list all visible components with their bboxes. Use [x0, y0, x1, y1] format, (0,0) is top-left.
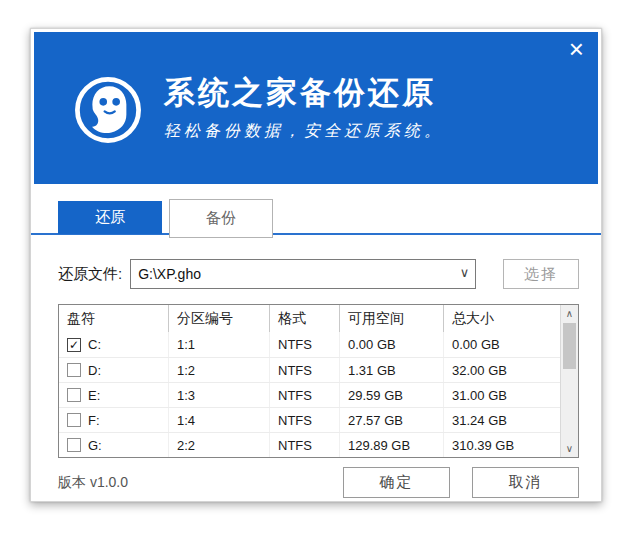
cell-partition: 1:3 — [169, 383, 270, 407]
table-row[interactable]: E: 1:3 NTFS 29.59 GB 31.00 GB — [59, 382, 560, 407]
cell-partition: 1:1 — [169, 332, 270, 357]
col-header-drive: 盘符 — [59, 305, 169, 332]
cell-free: 129.89 GB — [340, 433, 444, 457]
restore-file-combobox[interactable]: G:\XP.gho ∨ — [130, 259, 476, 289]
cell-drive: G: — [88, 438, 102, 453]
table-header-row: 盘符 分区编号 格式 可用空间 总大小 — [59, 305, 560, 332]
cell-drive: F: — [88, 413, 100, 428]
col-header-free: 可用空间 — [340, 305, 444, 332]
table-row[interactable]: G: 2:2 NTFS 129.89 GB 310.39 GB — [59, 432, 560, 457]
partition-table: 盘符 分区编号 格式 可用空间 总大小 ✓ C: 1:1 NTFS 0.00 G… — [58, 304, 579, 458]
tab-restore[interactable]: 还原 — [58, 201, 162, 234]
table-scrollbar[interactable]: ∧ ∨ — [560, 305, 578, 457]
cell-format: NTFS — [270, 358, 340, 382]
app-subtitle: 轻松备份数据，安全还原系统。 — [164, 121, 444, 142]
cell-free: 1.31 GB — [340, 358, 444, 382]
restore-file-value: G:\XP.gho — [138, 266, 201, 282]
row-checkbox[interactable] — [67, 363, 81, 377]
tab-backup[interactable]: 备份 — [169, 199, 273, 238]
col-header-format: 格式 — [270, 305, 340, 332]
chevron-down-icon[interactable]: ∨ — [460, 265, 470, 280]
app-header: × 系统之家备份还原 轻松备份数据，安全还原系统。 — [34, 32, 598, 184]
version-label: 版本 v1.0.0 — [58, 474, 128, 492]
cell-total: 310.39 GB — [444, 433, 560, 457]
table-row[interactable]: F: 1:4 NTFS 27.57 GB 31.24 GB — [59, 407, 560, 432]
scroll-down-icon[interactable]: ∨ — [561, 440, 578, 457]
cell-format: NTFS — [270, 433, 340, 457]
scrollbar-thumb[interactable] — [563, 323, 576, 369]
col-header-partition: 分区编号 — [169, 305, 270, 332]
footer-bar: 版本 v1.0.0 确定 取消 — [58, 467, 579, 498]
header-text: 系统之家备份还原 轻松备份数据，安全还原系统。 — [164, 76, 444, 142]
cell-format: NTFS — [270, 383, 340, 407]
scroll-up-icon[interactable]: ∧ — [561, 305, 578, 322]
cell-drive: E: — [88, 388, 100, 403]
row-checkbox[interactable]: ✓ — [67, 338, 81, 352]
row-checkbox[interactable] — [67, 388, 81, 402]
ok-button[interactable]: 确定 — [343, 467, 450, 498]
row-checkbox[interactable] — [67, 413, 81, 427]
cell-total: 0.00 GB — [444, 332, 560, 357]
cell-total: 32.00 GB — [444, 358, 560, 382]
cancel-button[interactable]: 取消 — [472, 467, 579, 498]
cell-partition: 2:2 — [169, 433, 270, 457]
tab-strip: 还原 备份 — [34, 201, 598, 239]
cell-drive: C: — [88, 337, 101, 352]
cell-free: 27.57 GB — [340, 408, 444, 432]
cell-partition: 1:4 — [169, 408, 270, 432]
cell-total: 31.24 GB — [444, 408, 560, 432]
scrollbar-track[interactable] — [561, 369, 578, 440]
cell-partition: 1:2 — [169, 358, 270, 382]
app-window: × 系统之家备份还原 轻松备份数据，安全还原系统。 还原 备份 还原文件: G:… — [30, 28, 602, 502]
restore-file-label: 还原文件: — [58, 265, 122, 284]
cell-format: NTFS — [270, 332, 340, 357]
close-icon[interactable]: × — [569, 36, 584, 62]
cell-total: 31.00 GB — [444, 383, 560, 407]
app-title: 系统之家备份还原 — [164, 76, 444, 110]
row-checkbox[interactable] — [67, 438, 81, 452]
restore-file-row: 还原文件: G:\XP.gho ∨ 选择 — [58, 259, 579, 289]
table-row[interactable]: D: 1:2 NTFS 1.31 GB 32.00 GB — [59, 357, 560, 382]
cell-free: 0.00 GB — [340, 332, 444, 357]
col-header-total: 总大小 — [444, 305, 560, 332]
select-file-button[interactable]: 选择 — [503, 259, 579, 289]
partition-table-body: 盘符 分区编号 格式 可用空间 总大小 ✓ C: 1:1 NTFS 0.00 G… — [59, 305, 560, 457]
cell-format: NTFS — [270, 408, 340, 432]
table-row[interactable]: ✓ C: 1:1 NTFS 0.00 GB 0.00 GB — [59, 332, 560, 357]
ghost-logo-icon — [74, 76, 142, 144]
cell-free: 29.59 GB — [340, 383, 444, 407]
cell-drive: D: — [88, 363, 101, 378]
